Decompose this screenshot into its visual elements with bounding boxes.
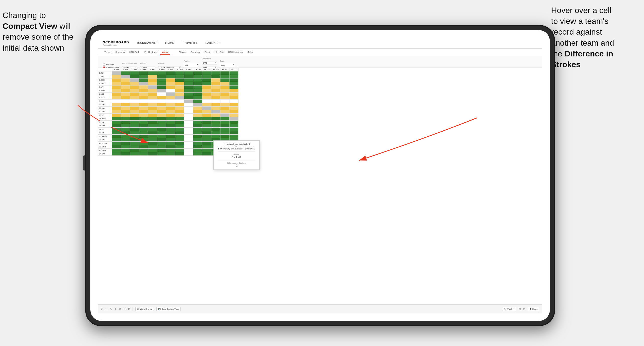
matrix-cell[interactable] <box>229 117 239 121</box>
matrix-cell[interactable] <box>157 117 166 121</box>
matrix-cell[interactable] <box>193 142 202 145</box>
matrix-cell[interactable] <box>130 89 139 93</box>
matrix-cell[interactable] <box>184 71 193 75</box>
matrix-cell[interactable] <box>148 149 157 152</box>
matrix-cell[interactable] <box>211 82 220 85</box>
matrix-cell[interactable] <box>139 145 148 149</box>
matrix-cell[interactable] <box>148 93 157 96</box>
matrix-cell[interactable] <box>121 117 130 121</box>
matrix-cell[interactable] <box>175 131 184 135</box>
matrix-cell[interactable] <box>166 82 175 85</box>
matrix-cell[interactable] <box>157 93 166 96</box>
matrix-cell[interactable] <box>229 124 239 128</box>
filter-team-select1[interactable]: (All) <box>220 64 235 67</box>
matrix-cell[interactable] <box>211 107 220 110</box>
sub-nav-summary[interactable]: Summary <box>114 50 127 55</box>
matrix-cell[interactable] <box>175 85 184 89</box>
matrix-cell[interactable] <box>112 75 121 78</box>
toolbar-reset[interactable]: ✕ <box>124 308 126 310</box>
matrix-cell[interactable] <box>184 110 193 114</box>
watch-button[interactable]: ◎ Watch ▾ <box>502 307 516 311</box>
matrix-cell[interactable] <box>220 103 229 107</box>
matrix-cell[interactable] <box>202 128 211 131</box>
matrix-cell[interactable] <box>211 128 220 131</box>
matrix-cell[interactable] <box>211 89 220 93</box>
matrix-cell[interactable] <box>229 85 239 89</box>
matrix-cell[interactable] <box>112 124 121 128</box>
matrix-cell[interactable] <box>148 85 157 89</box>
matrix-cell[interactable] <box>184 135 193 138</box>
matrix-cell[interactable] <box>229 114 239 117</box>
sub-nav-matrix[interactable]: Matrix <box>160 50 170 55</box>
matrix-cell[interactable] <box>193 145 202 149</box>
matrix-cell[interactable] <box>148 131 157 135</box>
matrix-cell[interactable] <box>220 96 229 100</box>
matrix-cell[interactable] <box>148 117 157 121</box>
toolbar-icon3[interactable]: ⤿ <box>110 308 112 310</box>
nav-teams[interactable]: TEAMS <box>165 42 174 44</box>
matrix-cell[interactable] <box>139 121 148 124</box>
matrix-cell[interactable] <box>130 82 139 85</box>
matrix-cell[interactable] <box>184 103 193 107</box>
matrix-cell[interactable] <box>175 78 184 82</box>
matrix-cell[interactable] <box>148 100 157 103</box>
matrix-cell[interactable] <box>229 107 239 110</box>
matrix-cell[interactable] <box>157 149 166 152</box>
matrix-cell[interactable] <box>130 121 139 124</box>
matrix-cell[interactable] <box>193 128 202 131</box>
matrix-cell[interactable] <box>157 110 166 114</box>
matrix-cell[interactable] <box>148 89 157 93</box>
matrix-cell[interactable] <box>112 135 121 138</box>
toolbar-zoom-out[interactable]: ⊖ <box>119 308 121 310</box>
matrix-cell[interactable] <box>112 110 121 114</box>
matrix-cell[interactable] <box>175 107 184 110</box>
matrix-cell[interactable] <box>157 128 166 131</box>
toolbar-layout-icon[interactable]: ⊞ <box>519 308 521 310</box>
matrix-cell[interactable] <box>184 149 193 152</box>
matrix-cell[interactable] <box>175 149 184 152</box>
matrix-cell[interactable] <box>112 93 121 96</box>
matrix-cell[interactable] <box>211 131 220 135</box>
matrix-cell[interactable] <box>202 85 211 89</box>
matrix-cell[interactable] <box>157 78 166 82</box>
matrix-cell[interactable] <box>184 100 193 103</box>
matrix-cell[interactable] <box>121 85 130 89</box>
matrix-cell[interactable] <box>157 100 166 103</box>
matrix-cell[interactable] <box>202 71 211 75</box>
matrix-cell[interactable] <box>211 100 220 103</box>
matrix-cell[interactable] <box>148 103 157 107</box>
matrix-cell[interactable] <box>220 71 229 75</box>
matrix-cell[interactable] <box>121 138 130 142</box>
matrix-cell[interactable] <box>202 117 211 121</box>
matrix-cell[interactable] <box>157 103 166 107</box>
matrix-cell[interactable] <box>184 138 193 142</box>
matrix-cell[interactable] <box>193 103 202 107</box>
matrix-cell[interactable] <box>139 110 148 114</box>
matrix-cell[interactable] <box>112 100 121 103</box>
matrix-cell[interactable] <box>130 103 139 107</box>
matrix-cell[interactable] <box>148 110 157 114</box>
matrix-cell[interactable] <box>184 114 193 117</box>
matrix-cell[interactable] <box>166 142 175 145</box>
matrix-cell[interactable] <box>229 110 239 114</box>
matrix-cell[interactable] <box>220 124 229 128</box>
matrix-cell[interactable] <box>130 78 139 82</box>
matrix-cell[interactable] <box>121 93 130 96</box>
matrix-cell[interactable] <box>130 124 139 128</box>
matrix-cell[interactable] <box>112 89 121 93</box>
matrix-cell[interactable] <box>202 89 211 93</box>
matrix-cell[interactable] <box>202 110 211 114</box>
toolbar-undo[interactable]: ↩ <box>101 308 103 310</box>
matrix-cell[interactable] <box>175 93 184 96</box>
matrix-cell[interactable] <box>229 78 239 82</box>
matrix-cell[interactable] <box>166 93 175 96</box>
sub-nav-p-summary[interactable]: Summary <box>189 50 202 55</box>
matrix-cell[interactable] <box>193 93 202 96</box>
matrix-cell[interactable] <box>112 145 121 149</box>
matrix-cell[interactable] <box>202 82 211 85</box>
matrix-cell[interactable] <box>202 93 211 96</box>
matrix-cell[interactable] <box>121 82 130 85</box>
matrix-cell[interactable] <box>193 124 202 128</box>
matrix-cell[interactable] <box>112 78 121 82</box>
matrix-cell[interactable] <box>202 142 211 145</box>
